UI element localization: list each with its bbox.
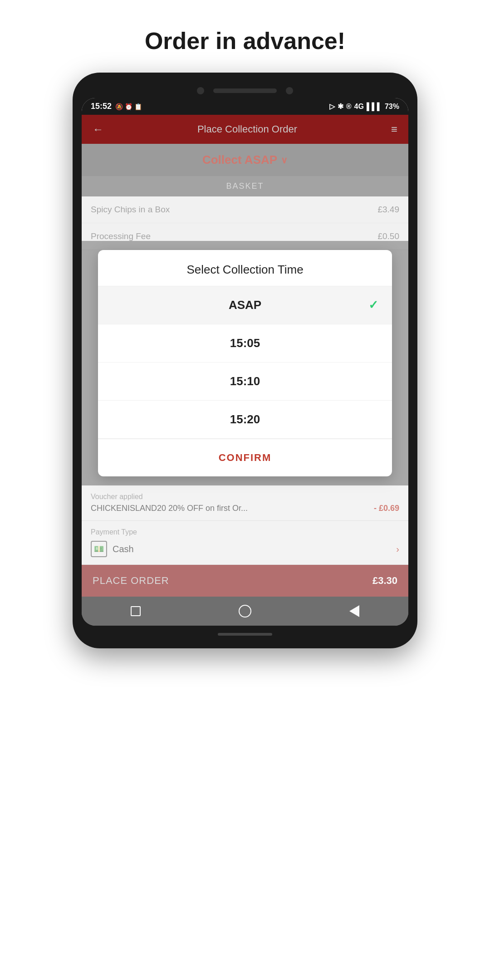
menu-button[interactable]: ≡ [391, 123, 397, 136]
payment-label: Payment Type [91, 528, 399, 536]
voucher-label: Voucher applied [91, 493, 399, 501]
circle-icon: ® [346, 103, 352, 111]
background-content: Collect ASAP ∨ BASKET Spicy Chips in a B… [82, 144, 408, 250]
speaker [213, 88, 277, 93]
nav-back-button[interactable] [349, 605, 359, 617]
status-right: ▷ ✱ ® 4G ▌▌▌ 73% [329, 102, 399, 111]
modal-inner: Select Collection Time ASAP ✓ 15:05 15:1… [82, 241, 408, 485]
option-1505[interactable]: 15:05 [98, 324, 392, 363]
option-1505-label: 15:05 [230, 336, 260, 350]
payment-row: 💵 Cash › [91, 541, 399, 557]
below-modal-content: Voucher applied CHICKENISLAND20 20% OFF … [82, 485, 408, 626]
voucher-amount: - £0.69 [374, 504, 399, 513]
battery-display: 73% [385, 103, 399, 111]
modal-options-list: ASAP ✓ 15:05 15:10 15:20 [98, 286, 392, 439]
bottom-nav [82, 597, 408, 626]
voucher-text: CHICKENISLAND20 20% OFF on first Or... [91, 504, 248, 513]
nav-home-button[interactable] [239, 605, 251, 617]
arrow-right-icon: › [396, 544, 399, 554]
header-title: Place Collection Order [197, 123, 297, 135]
phone-bottom [82, 626, 408, 639]
payment-method: Cash [113, 544, 134, 554]
confirm-button[interactable]: CONFIRM [98, 439, 392, 476]
option-1520-label: 15:20 [230, 412, 260, 426]
back-button[interactable]: ← [93, 123, 103, 136]
item-price-2: £0.50 [377, 231, 399, 241]
option-1520[interactable]: 15:20 [98, 401, 392, 439]
phone-top-bar [82, 82, 408, 98]
payment-left: 💵 Cash [91, 541, 134, 557]
notification-icons: 🔕 ⏰ 📋 [115, 103, 142, 110]
check-icon: ✓ [368, 298, 378, 312]
time-display: 15:52 [91, 102, 112, 111]
chevron-down-icon: ∨ [281, 155, 288, 166]
network-icon: 4G [354, 103, 364, 111]
camera-right [286, 87, 293, 94]
place-order-label: PLACE ORDER [93, 575, 169, 587]
status-left: 15:52 🔕 ⏰ 📋 [91, 102, 142, 111]
modal-overlay: Select Collection Time ASAP ✓ 15:05 15:1… [82, 241, 408, 485]
camera-left [197, 87, 204, 94]
page-title-heading: Order in advance! [127, 27, 363, 54]
option-1510[interactable]: 15:10 [98, 363, 392, 401]
payment-section[interactable]: Payment Type 💵 Cash › [82, 521, 408, 565]
basket-item-1: Spicy Chips in a Box £3.49 [82, 196, 408, 223]
signal-bars: ▌▌▌ [367, 103, 382, 111]
voucher-row: CHICKENISLAND20 20% OFF on first Or... -… [91, 504, 399, 513]
item-name-2: Processing Fee [91, 231, 151, 241]
place-order-total: £3.30 [372, 575, 397, 587]
option-asap[interactable]: ASAP ✓ [98, 286, 392, 324]
home-indicator [218, 633, 272, 636]
signal-icon: ▷ [329, 102, 335, 111]
collect-bar[interactable]: Collect ASAP ∨ [82, 144, 408, 176]
bluetooth-icon: ✱ [338, 102, 343, 111]
app-header: ← Place Collection Order ≡ [82, 115, 408, 144]
collection-time-modal: Select Collection Time ASAP ✓ 15:05 15:1… [98, 250, 392, 476]
item-price-1: £3.49 [377, 205, 399, 215]
collect-text: Collect ASAP ∨ [202, 153, 288, 167]
status-bar: 15:52 🔕 ⏰ 📋 ▷ ✱ ® 4G ▌▌▌ 73% [82, 98, 408, 115]
basket-header: BASKET [82, 176, 408, 196]
item-name-1: Spicy Chips in a Box [91, 205, 170, 215]
modal-title: Select Collection Time [98, 250, 392, 286]
nav-square-button[interactable] [131, 606, 141, 616]
cash-icon: 💵 [91, 541, 107, 557]
voucher-section: Voucher applied CHICKENISLAND20 20% OFF … [82, 485, 408, 521]
phone-screen: 15:52 🔕 ⏰ 📋 ▷ ✱ ® 4G ▌▌▌ 73% ← Place Col… [82, 98, 408, 626]
option-1510-label: 15:10 [230, 374, 260, 388]
place-order-button[interactable]: PLACE ORDER £3.30 [82, 565, 408, 597]
option-asap-label: ASAP [229, 298, 261, 312]
phone-frame: 15:52 🔕 ⏰ 📋 ▷ ✱ ® 4G ▌▌▌ 73% ← Place Col… [73, 73, 417, 648]
